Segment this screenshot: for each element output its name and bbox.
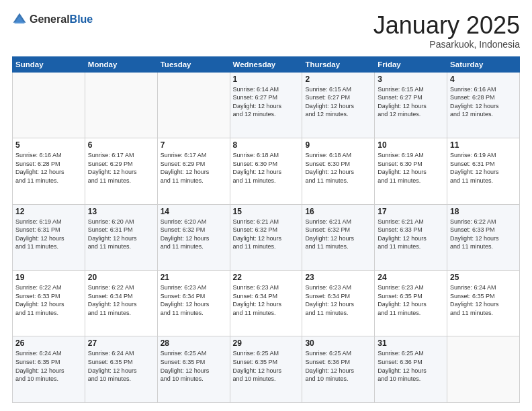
day-number: 4	[450, 75, 517, 84]
header-friday: Friday	[375, 56, 447, 72]
day-detail: Sunrise: 6:16 AM Sunset: 6:28 PM Dayligh…	[450, 85, 517, 119]
calendar-cell: 15Sunrise: 6:21 AM Sunset: 6:32 PM Dayli…	[230, 204, 302, 270]
day-detail: Sunrise: 6:16 AM Sunset: 6:28 PM Dayligh…	[15, 151, 82, 185]
calendar-cell: 22Sunrise: 6:23 AM Sunset: 6:34 PM Dayli…	[230, 271, 302, 336]
logo-icon	[12, 12, 27, 27]
day-number: 17	[378, 207, 444, 216]
day-detail: Sunrise: 6:23 AM Sunset: 6:34 PM Dayligh…	[305, 283, 371, 317]
calendar-cell: 1Sunrise: 6:14 AM Sunset: 6:27 PM Daylig…	[230, 72, 302, 138]
day-number: 21	[161, 273, 227, 282]
calendar-cell: 17Sunrise: 6:21 AM Sunset: 6:33 PM Dayli…	[375, 204, 447, 270]
header-tuesday: Tuesday	[157, 56, 230, 72]
day-detail: Sunrise: 6:24 AM Sunset: 6:35 PM Dayligh…	[88, 349, 154, 383]
day-detail: Sunrise: 6:25 AM Sunset: 6:35 PM Dayligh…	[161, 349, 227, 383]
calendar-cell: 13Sunrise: 6:20 AM Sunset: 6:31 PM Dayli…	[85, 204, 157, 270]
calendar-cell	[13, 72, 85, 138]
day-number: 14	[161, 207, 227, 216]
calendar-week-row: 12Sunrise: 6:19 AM Sunset: 6:31 PM Dayli…	[13, 204, 520, 270]
header: GeneralBlue January 2025 Pasarkuok, Indo…	[12, 12, 520, 50]
calendar-cell: 19Sunrise: 6:22 AM Sunset: 6:33 PM Dayli…	[13, 271, 85, 336]
calendar-cell: 29Sunrise: 6:25 AM Sunset: 6:35 PM Dayli…	[230, 336, 302, 403]
title-location: Pasarkuok, Indonesia	[373, 39, 520, 50]
day-detail: Sunrise: 6:20 AM Sunset: 6:32 PM Dayligh…	[161, 218, 227, 251]
calendar-cell: 31Sunrise: 6:25 AM Sunset: 6:36 PM Dayli…	[375, 336, 447, 403]
calendar-cell: 30Sunrise: 6:25 AM Sunset: 6:36 PM Dayli…	[302, 336, 375, 403]
header-saturday: Saturday	[447, 56, 520, 72]
day-number: 25	[450, 273, 517, 282]
day-number: 24	[378, 273, 444, 282]
day-detail: Sunrise: 6:23 AM Sunset: 6:35 PM Dayligh…	[378, 283, 444, 317]
calendar-cell: 28Sunrise: 6:25 AM Sunset: 6:35 PM Dayli…	[157, 336, 230, 403]
header-monday: Monday	[85, 56, 157, 72]
day-number: 1	[233, 75, 300, 84]
day-detail: Sunrise: 6:19 AM Sunset: 6:31 PM Dayligh…	[15, 218, 82, 251]
calendar-cell: 4Sunrise: 6:16 AM Sunset: 6:28 PM Daylig…	[447, 72, 520, 138]
title-area: January 2025 Pasarkuok, Indonesia	[373, 12, 520, 50]
calendar-cell: 11Sunrise: 6:19 AM Sunset: 6:31 PM Dayli…	[447, 138, 520, 204]
day-detail: Sunrise: 6:18 AM Sunset: 6:30 PM Dayligh…	[233, 151, 300, 185]
day-number: 7	[161, 140, 227, 150]
day-number: 20	[88, 273, 154, 282]
day-detail: Sunrise: 6:17 AM Sunset: 6:29 PM Dayligh…	[161, 151, 227, 185]
calendar-cell: 14Sunrise: 6:20 AM Sunset: 6:32 PM Dayli…	[157, 204, 230, 270]
day-number: 30	[305, 338, 371, 348]
calendar-week-row: 26Sunrise: 6:24 AM Sunset: 6:35 PM Dayli…	[13, 336, 520, 403]
day-detail: Sunrise: 6:14 AM Sunset: 6:27 PM Dayligh…	[233, 85, 300, 119]
day-number: 19	[15, 273, 82, 282]
day-number: 13	[88, 207, 154, 216]
logo: GeneralBlue	[12, 12, 93, 27]
calendar-cell: 21Sunrise: 6:23 AM Sunset: 6:34 PM Dayli…	[157, 271, 230, 336]
day-number: 12	[15, 207, 82, 216]
day-detail: Sunrise: 6:21 AM Sunset: 6:33 PM Dayligh…	[378, 218, 444, 251]
day-number: 9	[305, 140, 371, 150]
day-number: 6	[88, 140, 154, 150]
day-detail: Sunrise: 6:22 AM Sunset: 6:33 PM Dayligh…	[450, 218, 517, 251]
calendar-cell: 24Sunrise: 6:23 AM Sunset: 6:35 PM Dayli…	[375, 271, 447, 336]
day-number: 11	[450, 140, 517, 150]
day-number: 10	[378, 140, 444, 150]
calendar-cell: 10Sunrise: 6:19 AM Sunset: 6:30 PM Dayli…	[375, 138, 447, 204]
day-number: 28	[161, 338, 227, 348]
day-detail: Sunrise: 6:20 AM Sunset: 6:31 PM Dayligh…	[88, 218, 154, 251]
day-number: 22	[233, 273, 300, 282]
calendar-header-row: SundayMondayTuesdayWednesdayThursdayFrid…	[13, 56, 520, 72]
calendar-cell	[447, 336, 520, 403]
calendar-week-row: 19Sunrise: 6:22 AM Sunset: 6:33 PM Dayli…	[13, 271, 520, 336]
calendar-cell: 16Sunrise: 6:21 AM Sunset: 6:32 PM Dayli…	[302, 204, 375, 270]
day-detail: Sunrise: 6:21 AM Sunset: 6:32 PM Dayligh…	[233, 218, 300, 251]
calendar-table: SundayMondayTuesdayWednesdayThursdayFrid…	[12, 56, 520, 403]
title-month: January 2025	[373, 12, 520, 39]
day-detail: Sunrise: 6:24 AM Sunset: 6:35 PM Dayligh…	[450, 283, 517, 317]
calendar-cell: 3Sunrise: 6:15 AM Sunset: 6:27 PM Daylig…	[375, 72, 447, 138]
day-number: 16	[305, 207, 371, 216]
day-number: 3	[378, 75, 444, 84]
day-number: 2	[305, 75, 371, 84]
day-detail: Sunrise: 6:22 AM Sunset: 6:34 PM Dayligh…	[88, 283, 154, 317]
page: GeneralBlue January 2025 Pasarkuok, Indo…	[0, 0, 532, 411]
logo-general-text: GeneralBlue	[30, 13, 93, 26]
day-detail: Sunrise: 6:19 AM Sunset: 6:31 PM Dayligh…	[450, 151, 517, 185]
calendar-week-row: 1Sunrise: 6:14 AM Sunset: 6:27 PM Daylig…	[13, 72, 520, 138]
day-detail: Sunrise: 6:23 AM Sunset: 6:34 PM Dayligh…	[161, 283, 227, 317]
calendar-cell: 26Sunrise: 6:24 AM Sunset: 6:35 PM Dayli…	[13, 336, 85, 403]
calendar-cell: 9Sunrise: 6:18 AM Sunset: 6:30 PM Daylig…	[302, 138, 375, 204]
calendar-cell: 6Sunrise: 6:17 AM Sunset: 6:29 PM Daylig…	[85, 138, 157, 204]
day-detail: Sunrise: 6:22 AM Sunset: 6:33 PM Dayligh…	[15, 283, 82, 317]
day-detail: Sunrise: 6:19 AM Sunset: 6:30 PM Dayligh…	[378, 151, 444, 185]
day-number: 31	[378, 338, 444, 348]
day-detail: Sunrise: 6:15 AM Sunset: 6:27 PM Dayligh…	[305, 85, 371, 119]
day-detail: Sunrise: 6:17 AM Sunset: 6:29 PM Dayligh…	[88, 151, 154, 185]
day-number: 26	[15, 338, 82, 348]
day-detail: Sunrise: 6:25 AM Sunset: 6:36 PM Dayligh…	[378, 349, 444, 383]
calendar-cell: 27Sunrise: 6:24 AM Sunset: 6:35 PM Dayli…	[85, 336, 157, 403]
header-wednesday: Wednesday	[230, 56, 302, 72]
day-number: 15	[233, 207, 300, 216]
calendar-cell: 25Sunrise: 6:24 AM Sunset: 6:35 PM Dayli…	[447, 271, 520, 336]
calendar-cell: 12Sunrise: 6:19 AM Sunset: 6:31 PM Dayli…	[13, 204, 85, 270]
day-number: 23	[305, 273, 371, 282]
day-number: 18	[450, 207, 517, 216]
calendar-cell: 18Sunrise: 6:22 AM Sunset: 6:33 PM Dayli…	[447, 204, 520, 270]
calendar-cell: 8Sunrise: 6:18 AM Sunset: 6:30 PM Daylig…	[230, 138, 302, 204]
day-detail: Sunrise: 6:21 AM Sunset: 6:32 PM Dayligh…	[305, 218, 371, 251]
day-number: 8	[233, 140, 300, 150]
